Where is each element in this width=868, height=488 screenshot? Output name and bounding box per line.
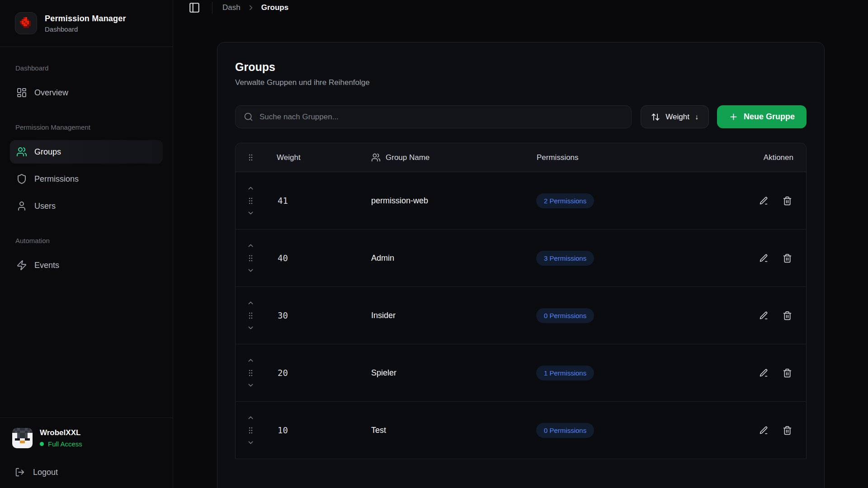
sidebar-item-overview[interactable]: Overview <box>10 81 163 104</box>
app-header: Permission Manager Dashboard <box>0 0 173 47</box>
delete-group-button[interactable] <box>782 310 793 321</box>
move-up-button[interactable] <box>247 357 255 365</box>
row-actions <box>738 195 806 206</box>
column-header-group-name-label: Group Name <box>386 153 429 162</box>
move-down-button[interactable] <box>247 381 255 389</box>
move-up-button[interactable] <box>247 184 255 192</box>
permissions-count-badge[interactable]: 0 Permissions <box>536 308 594 323</box>
move-down-button[interactable] <box>247 324 255 332</box>
page-title: Groups <box>235 61 807 74</box>
pencil-icon <box>759 253 769 263</box>
delete-group-button[interactable] <box>782 253 793 264</box>
chevron-up-icon <box>247 299 255 307</box>
edit-group-button[interactable] <box>758 310 769 321</box>
sidebar: Permission Manager Dashboard Dashboard O… <box>0 0 173 488</box>
chevron-down-icon <box>247 381 255 389</box>
pencil-icon <box>759 196 769 206</box>
column-header-group-name: Group Name <box>360 153 525 162</box>
group-weight: 30 <box>265 310 360 320</box>
group-name: Spieler <box>360 368 525 378</box>
content: Groups Verwalte Gruppen und ihre Reihenf… <box>173 15 868 488</box>
new-group-button[interactable]: Neue Gruppe <box>717 105 807 128</box>
section-label-dashboard: Dashboard <box>15 64 163 72</box>
edit-group-button[interactable] <box>758 253 769 264</box>
move-down-button[interactable] <box>247 209 255 217</box>
drag-handle-grip-icon[interactable] <box>246 254 255 263</box>
group-name: permission-web <box>360 196 525 206</box>
search-box <box>235 105 632 128</box>
row-reorder-controls <box>236 184 265 217</box>
drag-handle-grip-icon[interactable] <box>246 369 255 377</box>
group-weight: 41 <box>265 196 360 206</box>
row-actions <box>738 367 806 379</box>
sidebar-item-users[interactable]: Users <box>10 194 163 218</box>
move-down-button[interactable] <box>247 267 255 275</box>
chevron-down-icon <box>247 267 255 274</box>
sidebar-toggle-button[interactable] <box>187 0 202 15</box>
user-name: WrobelXXL <box>40 428 82 437</box>
group-name: Insider <box>360 311 525 320</box>
sidebar-item-label: Events <box>34 261 59 270</box>
layout-dashboard-icon <box>16 87 27 98</box>
sidebar-item-events[interactable]: Events <box>10 253 163 277</box>
delete-group-button[interactable] <box>782 367 793 379</box>
edit-group-button[interactable] <box>758 425 769 436</box>
edit-group-button[interactable] <box>758 367 769 379</box>
topbar-divider <box>212 2 212 14</box>
group-name: Test <box>360 426 525 435</box>
sidebar-footer: WrobelXXL Full Access Logout <box>0 418 173 488</box>
topbar: Dash Groups <box>173 0 868 15</box>
permissions-count-badge[interactable]: 1 Permissions <box>536 366 594 380</box>
group-weight: 20 <box>265 368 360 378</box>
trash-icon <box>783 426 792 435</box>
permissions-count-badge[interactable]: 2 Permissions <box>536 193 594 208</box>
toolbar: Weight ↓ Neue Gruppe <box>235 105 807 128</box>
row-actions <box>738 310 806 321</box>
sidebar-nav: Dashboard Overview Permission Management… <box>0 47 173 418</box>
group-row: 10 Test 0 Permissions <box>236 402 806 459</box>
column-header-weight: Weight <box>265 153 360 162</box>
row-reorder-controls <box>236 299 265 332</box>
group-row: 20 Spieler 1 Permissions <box>236 344 806 402</box>
drag-handle-grip-icon[interactable] <box>246 197 255 205</box>
group-name: Admin <box>360 253 525 263</box>
search-input[interactable] <box>259 113 623 122</box>
logout-button[interactable]: Logout <box>12 463 163 482</box>
panel-left-icon <box>189 2 200 14</box>
logout-icon <box>15 467 25 477</box>
breadcrumb-parent[interactable]: Dash <box>222 3 241 12</box>
group-weight: 40 <box>265 253 360 263</box>
groups-table: Weight Group Name Permissions Aktionen <box>235 143 807 459</box>
search-icon <box>244 112 253 122</box>
edit-group-button[interactable] <box>758 195 769 206</box>
drag-handle-grip-icon[interactable] <box>246 426 255 435</box>
user-icon <box>16 201 27 211</box>
new-group-label: Neue Gruppe <box>744 112 795 122</box>
user-card: WrobelXXL Full Access <box>12 428 163 448</box>
move-up-button[interactable] <box>247 299 255 307</box>
move-up-button[interactable] <box>247 414 255 422</box>
app-title: Permission Manager <box>45 14 126 23</box>
group-row: 41 permission-web 2 Permissions <box>236 172 806 230</box>
logout-label: Logout <box>33 468 58 477</box>
status-badge: Full Access <box>48 440 82 448</box>
sidebar-item-label: Groups <box>34 147 61 157</box>
sidebar-item-label: Permissions <box>34 174 79 184</box>
chevron-up-icon <box>247 242 255 249</box>
sort-weight-button[interactable]: Weight ↓ <box>641 105 709 128</box>
plus-icon <box>729 112 738 122</box>
permissions-count-badge[interactable]: 3 Permissions <box>536 251 594 266</box>
permissions-count-badge[interactable]: 0 Permissions <box>536 423 594 438</box>
move-down-button[interactable] <box>247 439 255 447</box>
move-up-button[interactable] <box>247 242 255 250</box>
drag-handle-grip-icon[interactable] <box>246 311 255 320</box>
breadcrumb-current: Groups <box>261 3 288 12</box>
trash-icon <box>783 253 792 263</box>
users-icon <box>16 146 27 157</box>
delete-group-button[interactable] <box>782 425 793 436</box>
row-reorder-controls <box>236 357 265 389</box>
delete-group-button[interactable] <box>782 195 793 206</box>
sidebar-item-permissions[interactable]: Permissions <box>10 167 163 191</box>
sidebar-item-groups[interactable]: Groups <box>10 140 163 164</box>
sort-direction-arrow: ↓ <box>695 113 698 121</box>
